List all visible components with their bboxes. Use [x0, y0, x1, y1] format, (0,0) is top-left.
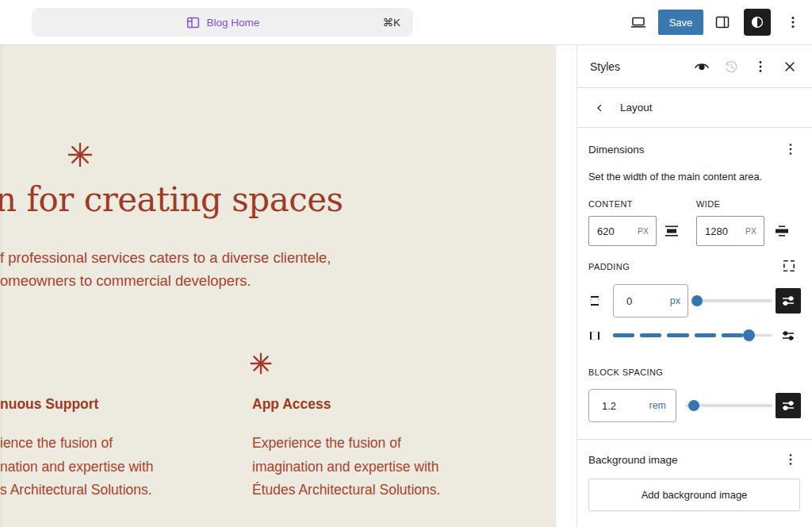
- feature-title: App Access: [252, 396, 498, 413]
- content-width-field[interactable]: PX: [588, 216, 657, 246]
- add-background-image-button[interactable]: Add background image: [588, 479, 800, 511]
- feature-title: nuous Support: [0, 396, 246, 413]
- wide-width-field[interactable]: PX: [696, 216, 764, 246]
- padding-label: PADDING: [588, 262, 630, 271]
- block-spacing-settings-button[interactable]: [776, 393, 801, 418]
- vertical-sides-icon: [588, 294, 601, 307]
- block-spacing-input[interactable]: [589, 400, 649, 412]
- command-bar[interactable]: Blog Home ⌘K: [32, 8, 413, 37]
- wide-width-icon: [772, 221, 791, 240]
- padding-vertical-slider-thumb[interactable]: [691, 295, 703, 306]
- padding-horizontal-slider-thumb[interactable]: [743, 329, 755, 341]
- close-panel-button[interactable]: [780, 57, 799, 76]
- hero-heading[interactable]: n for creating spaces: [0, 180, 343, 219]
- command-bar-label: Blog Home: [207, 17, 260, 29]
- template-icon: [186, 15, 201, 30]
- padding-value-input[interactable]: [614, 295, 670, 307]
- wide-width-unit: PX: [745, 226, 764, 236]
- content-width-label: CONTENT: [588, 199, 633, 209]
- dimensions-options-button[interactable]: [781, 140, 800, 159]
- padding-vertical-slider[interactable]: [695, 299, 772, 302]
- section-divider: [577, 439, 812, 440]
- styles-panel: Styles: [576, 45, 812, 527]
- slider-segment: [640, 333, 661, 337]
- dimensions-title: Dimensions: [588, 144, 645, 156]
- equalizer-icon: [780, 328, 796, 344]
- editor-canvas[interactable]: n for creating spaces f professional ser…: [0, 45, 556, 527]
- ellipsis-icon: [783, 13, 802, 32]
- dimensions-description: Set the width of the main content area.: [588, 171, 762, 183]
- slider-segment: [695, 333, 716, 337]
- padding-link-sides-button[interactable]: [779, 256, 799, 275]
- hero-paragraph-line: f professional services caters to a dive…: [0, 246, 331, 269]
- padding-horizontal-settings-button[interactable]: [779, 326, 798, 345]
- ellipsis-icon: [781, 140, 800, 159]
- save-button[interactable]: Save: [658, 10, 703, 35]
- close-icon: [780, 57, 799, 76]
- content-width-input[interactable]: [589, 225, 638, 237]
- feature-text: ience the fusion of nation and expertise…: [0, 432, 246, 502]
- history-clock-icon: [722, 57, 741, 76]
- background-image-title: Background image: [588, 454, 678, 466]
- asterisk-decoration: [67, 141, 94, 168]
- feature-column[interactable]: App Access Experience the fusion of imag…: [252, 396, 498, 502]
- background-image-header: Background image: [588, 450, 800, 469]
- top-bar: Blog Home ⌘K Save: [0, 0, 812, 45]
- panel-options-button[interactable]: [751, 57, 770, 76]
- drawer-right-icon: [713, 13, 732, 32]
- command-shortcut: ⌘K: [382, 8, 400, 37]
- panel-title: Styles: [590, 60, 682, 73]
- slider-segment: [667, 333, 688, 337]
- styles-button-active[interactable]: [744, 9, 771, 36]
- background-options-button[interactable]: [781, 450, 800, 469]
- layout-breadcrumb[interactable]: Layout: [577, 88, 812, 128]
- equalizer-icon: [780, 293, 796, 309]
- options-menu-button[interactable]: [783, 13, 802, 32]
- slider-segment: [613, 333, 634, 337]
- padding-settings-button[interactable]: [776, 288, 801, 314]
- horizontal-sides-icon: [588, 329, 601, 342]
- padding-value-field[interactable]: px: [613, 284, 688, 317]
- content-width-icon: [662, 221, 681, 240]
- hero-paragraph-line: omeowners to commercial developers.: [0, 269, 331, 292]
- styles-panel-header: Styles: [577, 45, 812, 88]
- padding-horizontal-slider[interactable]: [613, 333, 743, 337]
- eye-icon: [692, 57, 711, 76]
- wide-width-input[interactable]: [697, 225, 745, 237]
- laptop-icon: [629, 13, 648, 32]
- styles-icon: [749, 13, 766, 31]
- sidebar-toggle-button[interactable]: [713, 13, 732, 32]
- feature-column[interactable]: nuous Support ience the fusion of nation…: [0, 396, 246, 502]
- sides-all-icon: [782, 259, 796, 273]
- slider-segment: [722, 333, 743, 337]
- block-spacing-label: BLOCK SPACING: [588, 367, 663, 377]
- chevron-left-icon: [593, 102, 606, 114]
- equalizer-icon: [780, 398, 796, 414]
- block-spacing-slider-thumb[interactable]: [688, 400, 699, 411]
- revisions-button-disabled[interactable]: [722, 57, 741, 76]
- ellipsis-icon: [781, 450, 800, 469]
- block-spacing-unit: rem: [649, 400, 676, 411]
- site-editor-window: Blog Home ⌘K Save: [0, 0, 812, 527]
- breadcrumb-label: Layout: [620, 102, 653, 113]
- dimensions-header: Dimensions: [588, 140, 800, 159]
- ellipsis-icon: [751, 57, 770, 76]
- style-book-button[interactable]: [692, 57, 711, 76]
- feature-text: Experience the fusion of imagination and…: [252, 432, 498, 502]
- block-spacing-field[interactable]: rem: [588, 389, 676, 422]
- view-button[interactable]: [629, 13, 648, 32]
- asterisk-decoration: [249, 352, 273, 375]
- padding-unit: px: [670, 295, 688, 306]
- hero-paragraph[interactable]: f professional services caters to a dive…: [0, 246, 331, 292]
- content-width-unit: PX: [638, 226, 656, 236]
- wide-width-label: WIDE: [696, 199, 720, 209]
